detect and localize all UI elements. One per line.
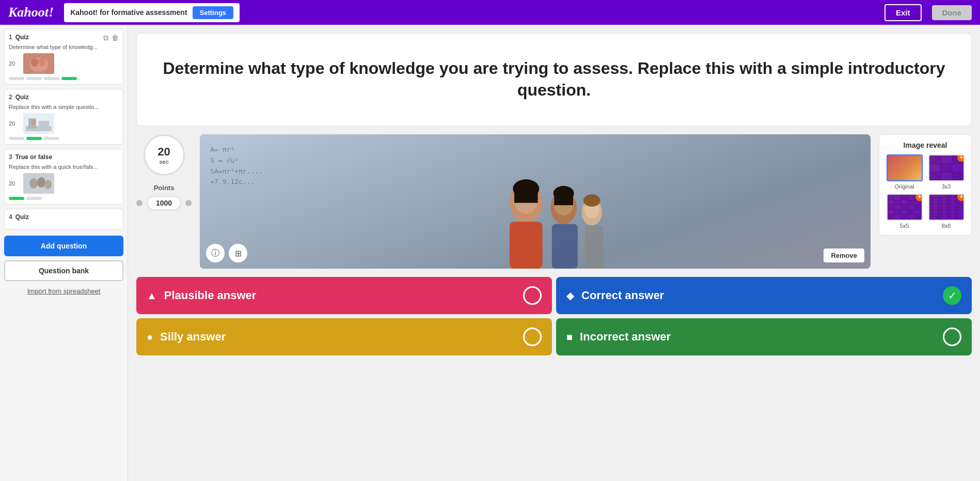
reveal-thumb-original	[887, 154, 923, 181]
question-text: Determine what type of knowledge you are…	[157, 58, 951, 101]
kahoot-title: Kahoot! for formative assessment	[70, 8, 187, 17]
svg-point-12	[44, 180, 52, 189]
svg-rect-22	[551, 224, 577, 269]
middle-section: 20 sec Points 1000	[136, 134, 972, 269]
slider-right-dot	[185, 200, 192, 206]
reveal-thumb-3x3: ✦	[928, 154, 965, 181]
quiz-dot	[26, 197, 42, 200]
timer-unit: sec	[159, 159, 168, 165]
answer-icon-1: ▲	[147, 290, 157, 302]
sidebar-actions: Add question Question bank Import from s…	[0, 229, 128, 299]
answer-icon-2: ◆	[566, 289, 574, 302]
reveal-label-5x5: 5x5	[900, 223, 909, 229]
add-question-button[interactable]: Add question	[4, 236, 123, 256]
sidebar-item-4[interactable]: 4 Quiz	[4, 209, 123, 229]
quiz-num-3: 3	[9, 153, 12, 161]
svg-point-3	[38, 58, 45, 66]
image-reveal-panel: Image reveal Original	[879, 134, 972, 236]
answers-grid: ▲ Plausible answer ◆ Correct answer ✓ ● …	[136, 277, 972, 355]
answer-option-3[interactable]: ● Silly answer	[136, 318, 552, 355]
main-content: Determine what type of knowledge you are…	[128, 25, 980, 481]
image-frame-button[interactable]: ⊞	[229, 244, 247, 262]
quiz-type-2: Quiz	[15, 94, 29, 101]
quiz-time-2: 20	[9, 120, 19, 127]
reveal-option-3x3[interactable]: ✦ 3x3	[927, 154, 965, 190]
answer-check-4	[943, 328, 961, 346]
sidebar-item-2[interactable]: 2 Quiz Replace this with a simple questi…	[4, 89, 123, 145]
quiz-num-1: 1	[9, 34, 12, 41]
reveal-badge-8x8: ✦	[957, 194, 965, 201]
settings-button[interactable]: Settings	[193, 6, 233, 19]
reveal-option-original[interactable]: Original	[886, 154, 923, 190]
slider-left-dot	[136, 200, 143, 206]
svg-rect-17	[510, 222, 543, 269]
quiz-dot	[44, 77, 59, 80]
quiz-dot	[26, 77, 42, 80]
answer-text-1: Plausible answer	[164, 289, 516, 302]
svg-point-10	[29, 178, 38, 189]
reveal-options-grid: Original ✦ 3x3	[886, 154, 965, 229]
quiz-dot	[44, 137, 59, 140]
question-bank-button[interactable]: Question bank	[4, 260, 123, 281]
main-layout: 1 Quiz ⧉ 🗑 Determine what type of knowle…	[0, 25, 980, 481]
answer-option-2[interactable]: ◆ Correct answer ✓	[556, 277, 972, 314]
delete-icon-1[interactable]: 🗑	[112, 34, 119, 42]
answer-icon-4: ■	[566, 331, 573, 343]
reveal-label-3x3: 3x3	[942, 183, 951, 190]
quiz-num-2: 2	[9, 94, 12, 101]
quiz-thumb-2	[23, 113, 54, 134]
svg-rect-7	[39, 121, 49, 129]
answer-text-3: Silly answer	[160, 330, 516, 344]
svg-point-25	[583, 194, 600, 207]
answer-check-3	[523, 328, 542, 346]
reveal-thumb-8x8: ✦	[928, 194, 965, 221]
answer-icon-3: ●	[147, 331, 153, 343]
quiz-dot-active	[26, 137, 42, 140]
quiz-type-1: Quiz	[15, 34, 29, 41]
exit-button[interactable]: Exit	[884, 4, 922, 21]
svg-point-11	[37, 177, 45, 188]
quiz-dot-active	[61, 77, 77, 80]
reveal-label-original: Original	[895, 183, 914, 190]
answer-check-1	[523, 286, 542, 305]
sidebar-item-1[interactable]: 1 Quiz ⧉ 🗑 Determine what type of knowle…	[4, 29, 123, 85]
timer-value: 20	[157, 145, 170, 159]
controls-section: 20 sec Points 1000	[136, 134, 192, 210]
reveal-option-8x8[interactable]: ✦ 8x8	[927, 194, 965, 229]
question-box[interactable]: Determine what type of knowledge you are…	[136, 33, 972, 126]
duplicate-icon-1[interactable]: ⧉	[103, 34, 108, 42]
quiz-title-3: Replace this with a quick true/fals...	[9, 164, 119, 170]
svg-rect-26	[584, 225, 603, 269]
quiz-thumb-3	[23, 173, 54, 194]
points-value: 1000	[147, 196, 181, 210]
image-info-button[interactable]: ⓘ	[206, 244, 225, 262]
import-link[interactable]: Import from spreadsheet	[4, 285, 123, 297]
svg-rect-16	[514, 189, 538, 203]
quiz-type-3: True or false	[15, 153, 52, 161]
remove-image-button[interactable]: Remove	[824, 249, 864, 262]
image-overlay-buttons: ⓘ ⊞	[206, 244, 247, 262]
image-area: A= πr² S = √u² SA=πr²+πr.... =7.9.12c...	[200, 134, 871, 269]
timer-circle[interactable]: 20 sec	[144, 134, 185, 176]
sidebar-item-3[interactable]: 3 True or false Replace this with a quic…	[4, 149, 123, 205]
reveal-thumb-5x5: ✦	[887, 194, 923, 221]
quiz-title-1: Determine what type of knowledg...	[9, 44, 119, 50]
points-section: Points 1000	[136, 184, 192, 210]
points-label: Points	[154, 184, 175, 192]
quiz-title-2: Replace this with a simple questio...	[9, 104, 119, 110]
quiz-num-4: 4	[9, 213, 12, 221]
quiz-thumb-1	[23, 53, 54, 74]
image-placeholder: A= πr² S = √u² SA=πr²+πr.... =7.9.12c...	[200, 134, 871, 269]
quiz-dot	[9, 137, 24, 140]
done-button[interactable]: Done	[932, 5, 972, 20]
svg-point-2	[31, 58, 38, 67]
svg-rect-21	[554, 193, 573, 205]
answer-option-4[interactable]: ■ Incorrect answer	[556, 318, 972, 355]
reveal-option-5x5[interactable]: ✦ 5x5	[886, 194, 923, 229]
points-slider-row: 1000	[136, 196, 192, 210]
quiz-type-4: Quiz	[15, 213, 29, 221]
header-title-bar: Kahoot! for formative assessment Setting…	[64, 3, 240, 22]
answer-option-1[interactable]: ▲ Plausible answer	[136, 277, 552, 314]
reveal-badge-3x3: ✦	[957, 154, 965, 162]
header: Kahoot! Kahoot! for formative assessment…	[0, 0, 980, 25]
